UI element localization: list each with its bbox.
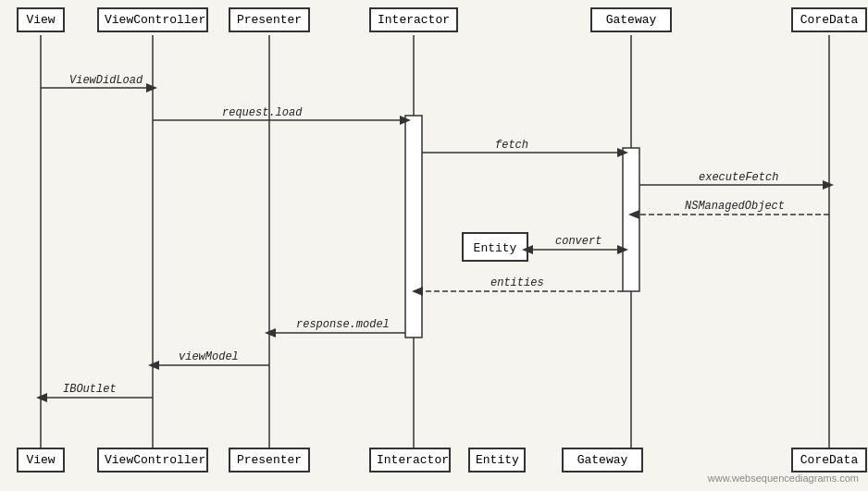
svg-text:viewModel: viewModel [179,350,239,363]
watermark: www.websequencediagrams.com [708,473,859,484]
svg-marker-41 [36,393,47,402]
svg-text:IBOutlet: IBOutlet [63,383,117,396]
svg-text:convert: convert [555,235,601,248]
svg-text:executeFetch: executeFetch [699,171,778,184]
svg-rect-9 [623,148,639,291]
svg-marker-38 [148,361,159,370]
actor-interactor-bottom: Interactor [369,448,451,473]
svg-text:entities: entities [490,276,544,289]
actor-viewcontroller-bottom: ViewController [97,448,208,473]
actor-viewcontroller-top: ViewController [97,7,208,32]
actor-presenter-top: Presenter [229,7,310,32]
diagram-container: Entity ViewDidLoad request.load fetch ex… [0,0,868,491]
actor-entity-bottom: Entity [468,448,526,473]
svg-text:ViewDidLoad: ViewDidLoad [69,74,143,87]
svg-marker-35 [265,328,276,338]
actor-view-top: View [17,7,65,32]
actor-view-bottom: View [17,448,65,473]
actor-coredata-top: CoreData [791,7,867,32]
actor-interactor-top: Interactor [369,7,458,32]
actor-coredata-bottom: CoreData [791,448,867,473]
svg-marker-13 [146,83,157,92]
svg-text:NSManagedObject: NSManagedObject [685,200,785,213]
actor-gateway-top: Gateway [590,7,672,32]
svg-text:fetch: fetch [495,139,528,152]
sequence-diagram: Entity ViewDidLoad request.load fetch ex… [0,0,868,491]
svg-marker-22 [823,180,834,190]
actor-gateway-bottom: Gateway [562,448,643,473]
svg-text:request.load: request.load [222,106,303,119]
svg-text:Entity: Entity [474,241,517,255]
svg-rect-8 [405,116,422,338]
svg-text:response.model: response.model [296,318,390,331]
actor-presenter-bottom: Presenter [229,448,310,473]
